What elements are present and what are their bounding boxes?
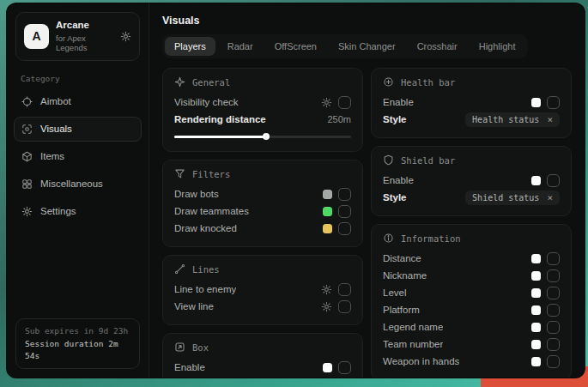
checkbox[interactable] [547,338,560,351]
line-icon [174,263,185,275]
row-controls [531,338,560,351]
sidebar-item-items[interactable]: Items [14,144,142,169]
card-health-bar: Health barEnableStyleHealth status× [371,68,572,138]
checkbox[interactable] [338,188,351,201]
setting-row-line-to-enemy: Line to enemy [174,281,351,298]
color-swatch[interactable] [323,207,332,216]
sidebar-item-visuals[interactable]: Visuals [14,117,142,142]
checkbox[interactable] [547,355,560,368]
tab-radar[interactable]: Radar [218,37,263,56]
color-swatch[interactable] [531,98,541,107]
app-subtitle: for Apex Legends [56,33,113,53]
slider-rendering-distance[interactable] [174,132,351,141]
main-content: Visuals PlayersRadarOffScreenSkin Change… [149,3,585,378]
setting-row-enable: Enable [174,359,351,376]
row-controls [323,188,351,201]
card-header: Health bar [383,76,560,88]
checkbox[interactable] [338,205,351,218]
sidebar-item-label: Items [40,151,64,161]
style-dropdown[interactable]: Shield status× [465,190,560,205]
gear-icon [321,284,332,295]
row-controls: Health status× [465,112,560,127]
row-controls [321,96,351,109]
setting-label: Distance [383,253,421,263]
tab-players[interactable]: Players [165,37,215,56]
card-title: Information [401,233,461,244]
color-swatch[interactable] [531,323,541,332]
color-swatch[interactable] [531,271,541,281]
sidebar-item-label: Settings [40,206,76,216]
setting-row-team-number: Team number [383,336,560,353]
setting-row-weapon-in-hands: Weapon in hands [383,353,560,370]
card-title: Health bar [401,77,455,88]
sidebar-nav: AimbotVisualsItemsMiscellaneousSettings [7,89,149,224]
clear-icon[interactable]: × [547,115,553,124]
color-swatch[interactable] [531,288,541,298]
checkbox[interactable] [547,252,560,265]
sidebar: A Arcane for Apex Legends Category Aimbo… [7,3,149,378]
tab-crosshair[interactable]: Crosshair [408,37,467,56]
tab-skin-changer[interactable]: Skin Changer [329,37,405,56]
color-swatch[interactable] [323,190,332,199]
gear-icon [321,301,332,312]
color-swatch[interactable] [531,176,541,185]
sidebar-item-label: Miscellaneous [40,178,103,189]
setting-label: Style [383,114,407,124]
card-information: InformationDistanceNicknameLevelPlatform… [371,224,572,378]
dropdown-value: Shield status [472,193,539,203]
checkbox[interactable] [338,222,351,235]
color-swatch[interactable] [531,357,541,366]
slider-handle[interactable] [263,133,270,140]
setting-row-enable: Enable [383,172,560,189]
checkbox[interactable] [338,283,351,296]
row-controls [323,205,351,218]
row-controls: Shield status× [465,190,560,205]
slider-fill [174,136,266,138]
setting-row-draw-bots: Draw bots [174,185,351,203]
card-shield-bar: Shield barEnableStyleShield status× [371,146,572,216]
checkbox[interactable] [547,269,560,282]
row-controls [321,283,351,296]
color-swatch[interactable] [323,224,332,233]
color-swatch[interactable] [531,254,541,263]
setting-label: Rendering distance [174,114,266,124]
setting-row-legend-name: Legend name [383,318,560,336]
row-controls [531,174,560,187]
checkbox[interactable] [338,361,351,374]
setting-label: Draw teammates [174,206,249,216]
setting-value: 250m [327,114,351,124]
sidebar-item-settings[interactable]: Settings [14,199,142,224]
setting-row-draw-teammates: Draw teammates [174,203,351,220]
gear-icon [321,97,332,108]
setting-row-enable-background: Enable background [174,376,351,378]
sidebar-item-aimbot[interactable]: Aimbot [14,89,142,114]
grid-icon [21,178,33,190]
subscription-card: Sub expires in 9d 23h Session duration 2… [15,318,140,369]
setting-row-rendering-distance: Rendering distance250m [174,111,351,128]
style-dropdown[interactable]: Health status× [465,112,560,127]
setting-label: Platform [383,305,420,315]
setting-label: Nickname [383,270,427,281]
setting-label: View line [174,301,214,311]
sidebar-item-miscellaneous[interactable]: Miscellaneous [14,172,142,197]
checkbox[interactable] [547,304,560,317]
sparkle-icon [174,76,185,88]
checkbox[interactable] [547,174,560,187]
checkbox[interactable] [547,321,560,334]
checkbox[interactable] [338,300,351,313]
gear-icon[interactable] [120,31,131,42]
color-swatch[interactable] [531,305,541,315]
checkbox[interactable] [547,287,560,299]
checkbox[interactable] [338,96,351,109]
setting-label: Draw bots [174,189,219,199]
clear-icon[interactable]: × [547,193,553,203]
setting-label: Weapon in hands [383,356,459,366]
tab-offscreen[interactable]: OffScreen [265,37,326,56]
tab-highlight[interactable]: Highlight [470,37,525,56]
color-swatch[interactable] [531,340,541,349]
checkbox[interactable] [547,96,560,109]
row-controls [323,361,351,374]
tab-bar: PlayersRadarOffScreenSkin ChangerCrossha… [162,34,528,58]
card-header: Lines [174,263,351,275]
color-swatch[interactable] [323,363,332,372]
